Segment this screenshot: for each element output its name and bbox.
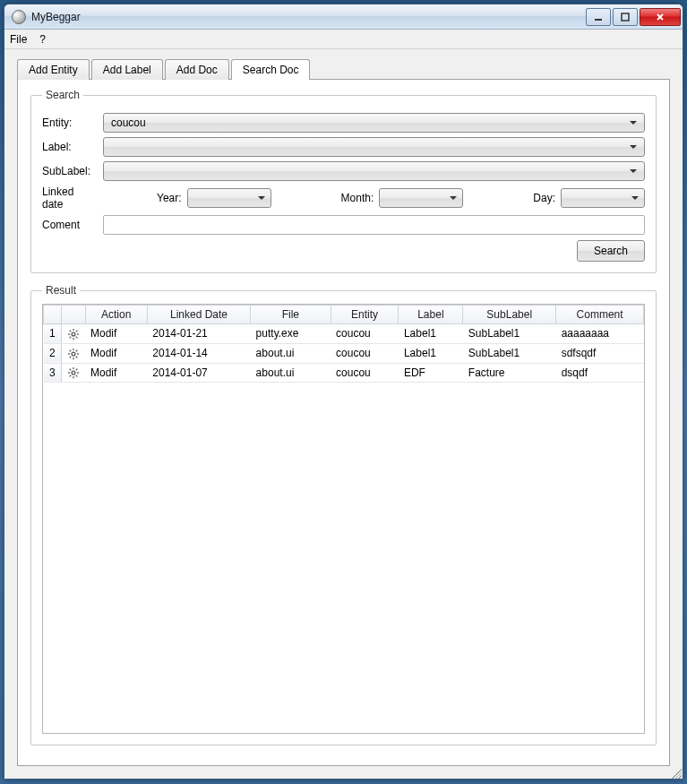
svg-line-26 (76, 375, 78, 377)
tab-add-doc[interactable]: Add Doc (165, 59, 229, 80)
svg-line-19 (76, 349, 78, 351)
col-label[interactable]: Label (399, 306, 463, 324)
table-row[interactable]: 2Modif2014-01-14about.uicoucouLabel1SubL… (44, 343, 644, 363)
svg-line-8 (76, 337, 78, 339)
col-linked-date[interactable]: Linked Date (147, 306, 250, 324)
label-label: Label: (42, 141, 98, 153)
day-combo[interactable] (561, 188, 645, 208)
cell-action: Modif (85, 343, 147, 363)
cell-file: about.ui (251, 363, 331, 383)
close-icon (656, 13, 665, 22)
app-icon (12, 10, 26, 24)
cell-rownum: 3 (44, 363, 62, 383)
cell-rownum: 2 (44, 343, 62, 363)
cell-action: Modif (85, 363, 147, 383)
cell-label: Label1 (399, 343, 463, 363)
minimize-icon (594, 13, 603, 22)
month-label: Month: (341, 192, 374, 204)
minimize-button[interactable] (586, 8, 611, 26)
tab-strip: Add Entity Add Label Add Doc Search Doc (17, 58, 670, 79)
cell-rownum: 1 (44, 324, 62, 344)
chevron-down-icon (630, 169, 637, 173)
search-button[interactable]: Search (577, 240, 645, 262)
coment-input[interactable] (103, 215, 645, 235)
svg-line-7 (70, 330, 72, 332)
cell-gear[interactable] (62, 343, 86, 363)
svg-point-20 (72, 372, 75, 375)
cell-sublabel: Facture (463, 363, 556, 383)
cell-file: putty.exe (251, 324, 331, 344)
label-combo[interactable] (103, 137, 645, 157)
day-label: Day: (533, 192, 555, 204)
tab-search-doc[interactable]: Search Doc (231, 59, 311, 80)
entity-label: Entity: (42, 116, 98, 129)
table-row[interactable]: 1Modif2014-01-21putty.execoucouLabel1Sub… (44, 324, 644, 344)
search-fieldset: Search Entity: coucou Label: (30, 89, 657, 273)
menu-file[interactable]: File (10, 33, 27, 46)
table-header-row: Action Linked Date File Entity Label Sub… (44, 306, 644, 324)
cell-comment: aaaaaaaa (556, 324, 644, 344)
col-action[interactable]: Action (85, 306, 147, 324)
col-file[interactable]: File (251, 306, 331, 324)
svg-point-11 (72, 352, 75, 356)
cell-gear[interactable] (62, 324, 86, 344)
cell-linked-date: 2014-01-21 (147, 324, 250, 344)
table-row[interactable]: 3Modif2014-01-07about.uicoucouEDFFacture… (44, 363, 644, 383)
svg-line-9 (70, 337, 72, 339)
gear-icon (67, 328, 80, 340)
cell-label: Label1 (399, 324, 463, 344)
sublabel-combo[interactable] (103, 161, 645, 181)
cell-comment: sdfsqdf (556, 343, 644, 363)
coment-label: Coment (42, 219, 98, 231)
svg-line-25 (70, 369, 72, 371)
tab-panel-search-doc: Search Entity: coucou Label: (17, 79, 670, 766)
entity-combo[interactable]: coucou (103, 113, 645, 133)
month-combo[interactable] (379, 188, 463, 208)
chevron-down-icon (631, 196, 639, 200)
cell-entity: coucou (331, 324, 399, 344)
maximize-button[interactable] (613, 8, 638, 26)
cell-entity: coucou (331, 363, 399, 383)
result-table: Action Linked Date File Entity Label Sub… (43, 305, 644, 383)
linked-date-label: Linked date (42, 185, 98, 211)
titlebar[interactable]: MyBeggar (4, 4, 683, 30)
result-fieldset: Result Action Linked Date File Entity (30, 284, 657, 745)
close-button[interactable] (640, 8, 681, 26)
col-sublabel[interactable]: SubLabel (463, 306, 556, 324)
chevron-down-icon (630, 145, 637, 149)
gear-icon (67, 366, 80, 379)
tab-add-label[interactable]: Add Label (91, 59, 163, 80)
chevron-down-icon (450, 196, 457, 200)
year-combo[interactable] (187, 188, 271, 208)
search-button-label: Search (594, 245, 628, 257)
col-comment[interactable]: Comment (556, 306, 644, 324)
maximize-icon (621, 13, 630, 22)
resize-grip[interactable] (669, 766, 682, 779)
cell-linked-date: 2014-01-07 (147, 363, 250, 383)
result-table-container[interactable]: Action Linked Date File Entity Label Sub… (42, 304, 645, 734)
entity-value: coucou (111, 116, 146, 129)
tab-add-entity[interactable]: Add Entity (17, 59, 90, 80)
app-window: MyBeggar File ? Add Entity Add Label Add… (4, 4, 683, 780)
svg-line-17 (76, 356, 78, 358)
cell-file: about.ui (251, 343, 331, 363)
cell-comment: dsqdf (556, 363, 644, 383)
col-icon[interactable] (62, 306, 86, 324)
search-legend: Search (42, 89, 83, 101)
chevron-down-icon (630, 121, 637, 125)
col-rownum[interactable] (44, 306, 62, 324)
cell-gear[interactable] (62, 363, 86, 383)
svg-line-27 (70, 375, 72, 377)
svg-rect-0 (595, 19, 602, 21)
svg-point-2 (72, 332, 75, 336)
content-area: Add Entity Add Label Add Doc Search Doc … (4, 49, 683, 779)
cell-sublabel: SubLabel1 (463, 324, 556, 344)
chevron-down-icon (258, 196, 265, 200)
menu-help[interactable]: ? (39, 33, 46, 46)
svg-line-28 (76, 369, 78, 371)
year-label: Year: (157, 192, 182, 204)
cell-label: EDF (399, 363, 463, 383)
cell-linked-date: 2014-01-14 (147, 343, 250, 363)
sublabel-label: SubLabel: (42, 165, 98, 177)
col-entity[interactable]: Entity (331, 306, 399, 324)
